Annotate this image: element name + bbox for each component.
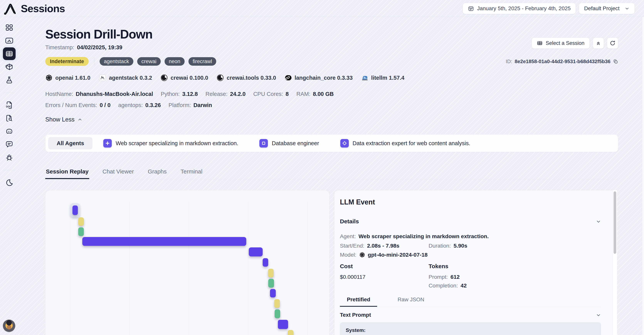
replay-event-bar-yellow[interactable] [274,299,280,308]
package-item: crewai.tools 0.33.0 [216,74,276,81]
main-tabs: Session ReplayChat ViewerGraphsTerminal [45,168,618,179]
workspace: LLM Event Details Agent: Web scraper spe… [18,190,644,335]
host-info-label: Platform: [168,102,191,108]
refresh-button[interactable] [607,37,618,49]
host-info-value: 3.12.8 [182,91,198,97]
replay-event-bar-purple[interactable] [82,237,246,246]
gridline [129,202,130,335]
sidebar-item-bug-report[interactable] [5,153,14,162]
host-info-value: 8 [286,91,289,97]
text-prompt-section-header[interactable]: Text Prompt [340,312,601,318]
packages-box-icon [5,62,14,71]
text-prompt-label: Text Prompt [340,312,371,318]
host-info-row: Errors / Num Events:0 / 0agentops:0.3.26… [45,102,618,109]
sidebar-item-dashboard[interactable] [5,23,14,32]
replay-event-bar-purple[interactable] [72,205,78,215]
discord-icon [5,127,14,136]
duration-field: Duration: 5.90s [428,243,467,249]
session-id-line: ID: 8e2e1858-01a0-44d2-9531-b68d432f5b36 [506,58,618,64]
package-name-version: langchain_core 0.3.33 [295,75,353,81]
replay-event-bar-yellow[interactable] [288,330,294,335]
project-selector[interactable]: Default Project [579,3,635,14]
sidebar-item-usage[interactable] [5,36,14,45]
sidebar-item-discord[interactable] [5,127,14,136]
package-item: openai 1.61.0 [45,74,90,81]
host-info-label: RAM: [296,91,310,97]
payload-tabs: PrettifiedRaw JSON [340,297,601,307]
collapse-button[interactable] [593,37,604,49]
chevron-down-icon[interactable] [596,219,601,224]
host-info-value: Dhanushs-MacBook-Air.local [76,91,153,97]
host-info-label: agentops: [118,102,143,108]
start-end-value: 2.08s - 7.98s [367,243,400,249]
scrollbar-thumb[interactable] [614,191,616,254]
replay-event-bar-green[interactable] [78,227,84,236]
replay-event-bar-purple[interactable] [278,320,288,329]
package-name-version: agentstack 0.3.2 [109,75,152,81]
replay-event-bar-purple[interactable] [263,258,268,267]
completion-tokens-field: Completion: 42 [428,283,467,289]
session-header: Session Drill-Down Timestamp: 04/02/2025… [18,26,644,179]
timing-row: Start/End: 2.08s - 7.98s Duration: 5.90s [340,243,601,249]
session-replay-gantt [45,190,330,335]
sidebar-item-packages[interactable] [5,62,14,71]
file-search-icon [5,114,14,123]
host-info-label: Python: [161,91,180,97]
completion-row: Completion: 42 [340,283,601,289]
model-label: Model: [340,252,356,258]
agent-chip[interactable]: Data extraction expert for web content a… [340,139,470,147]
duration-value: 5.90s [454,243,467,249]
sidebar-item-feedback[interactable] [5,140,14,149]
show-less-toggle[interactable]: Show Less [45,116,83,123]
user-avatar[interactable] [3,320,15,332]
copy-icon[interactable] [613,59,618,64]
host-info-value: 0.3.26 [145,102,161,108]
panel-scrollbar[interactable] [613,190,617,335]
replay-event-bar-purple[interactable] [270,289,276,298]
host-info-value: Darwin [194,102,212,108]
page-scrollbar-track[interactable] [642,17,644,335]
host-info-label: Errors / Num Events: [45,102,97,108]
tab-session-replay[interactable]: Session Replay [45,168,89,179]
replay-event-bar-yellow[interactable] [78,217,84,226]
sessions-table-icon [3,47,16,60]
sidebar-item-evals[interactable] [5,75,14,84]
host-info-pair: Release:24.2.0 [206,91,246,97]
agent-chip[interactable]: Database engineer [259,139,319,147]
details-section-header[interactable]: Details [340,218,601,225]
sidebar-item-docs[interactable]: DOC [5,101,14,110]
replay-event-bar-purple[interactable] [249,247,263,257]
payload-tab-prettified[interactable]: Prettified [340,297,377,307]
model-field: Model: gpt-4o-mini-2024-07-18 [340,252,601,258]
chevron-down-icon[interactable] [596,313,601,318]
package-name-version: crewai.tools 0.33.0 [226,75,276,81]
show-less-label: Show Less [45,116,74,123]
cost-value-field: $0.000117 [340,274,428,280]
replay-event-bar-yellow[interactable] [268,269,274,278]
litellm-logo-icon [361,74,368,81]
completion-label: Completion: [428,283,458,289]
sidebar-nav: DOC [0,17,18,191]
sidebar-item-dark-mode[interactable] [5,178,14,187]
usage-gauge-icon [5,36,14,45]
sidebar-item-trace-search[interactable] [5,114,14,123]
date-range-picker[interactable]: January 5th, 2025 - February 4th, 2025 [463,3,576,14]
openai-logo-icon [45,74,52,81]
replay-event-bar-green[interactable] [268,279,274,288]
tab-chat-viewer[interactable]: Chat Viewer [102,168,134,179]
host-info-label: CPU Cores: [253,91,283,97]
payload-tab-raw-json[interactable]: Raw JSON [390,297,431,307]
event-detail-panel: LLM Event Details Agent: Web scraper spe… [334,190,613,335]
host-info-label: HostName: [45,91,73,97]
tab-graphs[interactable]: Graphs [147,168,167,179]
select-session-button[interactable]: Select a Session [532,37,590,49]
tab-terminal[interactable]: Terminal [180,168,203,179]
all-agents-button[interactable]: All Agents [48,137,92,149]
bug-icon [5,153,14,162]
agentops-logo-icon[interactable] [4,2,17,15]
replay-event-bar-green[interactable] [274,309,280,318]
page-header-title: Sessions [21,2,65,14]
start-end-label: Start/End: [340,243,364,249]
agent-chip[interactable]: Web scraper specializing in markdown ext… [103,139,238,147]
sidebar-item-sessions[interactable] [3,49,16,58]
